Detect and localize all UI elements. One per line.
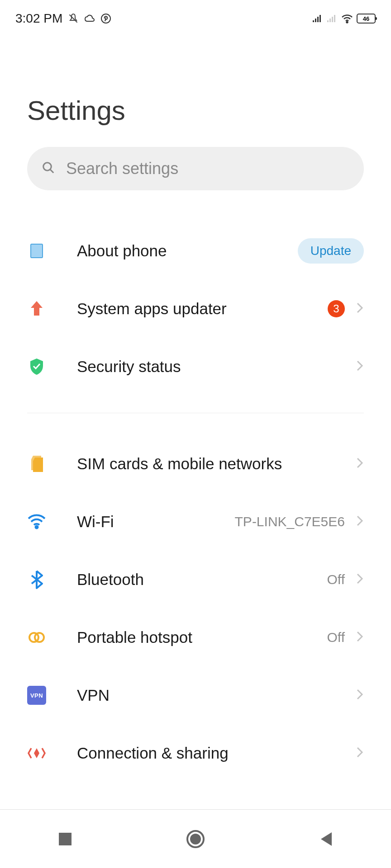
security-status-label: Security status: [77, 358, 356, 376]
chevron-right-icon: [356, 514, 364, 529]
about-phone-label: About phone: [77, 242, 298, 260]
bluetooth-value: Off: [327, 572, 345, 587]
mute-icon: [68, 13, 79, 24]
svg-rect-6: [329, 19, 331, 22]
sim-card-icon: [27, 454, 46, 473]
search-icon: [42, 161, 55, 176]
svg-rect-4: [319, 15, 321, 22]
about-phone-icon: [27, 241, 46, 260]
signal-icon: [312, 14, 323, 23]
connection-sharing-label: Connection & sharing: [77, 744, 356, 762]
svg-point-18: [190, 834, 201, 844]
chevron-right-icon: [356, 572, 364, 587]
sim-cards-item[interactable]: SIM cards & mobile networks: [27, 435, 364, 493]
page-title: Settings: [27, 95, 364, 126]
svg-point-9: [347, 22, 348, 23]
signal-weak-icon: [327, 14, 338, 23]
chevron-right-icon: [356, 688, 364, 703]
hotspot-value: Off: [327, 630, 345, 645]
battery-icon: 46: [357, 14, 376, 24]
svg-rect-1: [313, 20, 314, 22]
vpn-label: VPN: [77, 686, 356, 704]
wifi-item[interactable]: Wi-Fi TP-LINK_C7E5E6: [27, 493, 364, 551]
svg-line-11: [50, 170, 54, 173]
system-apps-updater-item[interactable]: System apps updater 3: [27, 280, 364, 338]
search-input[interactable]: Search settings: [27, 147, 364, 190]
svg-rect-16: [59, 833, 72, 845]
chevron-right-icon: [356, 302, 364, 316]
wifi-status-icon: [341, 14, 353, 24]
update-arrow-icon: [27, 299, 46, 318]
home-button[interactable]: [173, 816, 218, 862]
svg-point-13: [36, 526, 38, 528]
svg-rect-5: [327, 20, 329, 22]
chevron-right-icon: [356, 630, 364, 645]
shield-check-icon: [27, 357, 46, 376]
update-badge[interactable]: Update: [298, 238, 364, 264]
hotspot-label: Portable hotspot: [77, 628, 327, 646]
svg-rect-3: [317, 17, 319, 22]
connection-sharing-item[interactable]: Connection & sharing: [27, 724, 364, 782]
vpn-item[interactable]: VPN VPN: [27, 666, 364, 724]
back-button[interactable]: [303, 816, 348, 862]
chevron-right-icon: [356, 359, 364, 374]
cloud-icon: [84, 14, 95, 23]
hotspot-icon: [27, 628, 46, 647]
wifi-label: Wi-Fi: [77, 513, 235, 531]
chevron-right-icon: [356, 746, 364, 760]
bluetooth-label: Bluetooth: [77, 571, 327, 589]
pinterest-icon: [100, 13, 111, 24]
hotspot-item[interactable]: Portable hotspot Off: [27, 609, 364, 666]
section-divider: [27, 413, 364, 413]
system-apps-label: System apps updater: [77, 300, 328, 318]
status-bar: 3:02 PM: [0, 0, 391, 32]
bluetooth-item[interactable]: Bluetooth Off: [27, 551, 364, 609]
chevron-right-icon: [356, 457, 364, 471]
svg-rect-8: [334, 15, 335, 22]
svg-rect-7: [332, 17, 333, 22]
vpn-icon: VPN: [27, 686, 46, 705]
svg-point-10: [43, 163, 52, 171]
sim-cards-label: SIM cards & mobile networks: [77, 455, 356, 473]
security-status-item[interactable]: Security status: [27, 338, 364, 396]
connection-sharing-icon: [27, 744, 46, 763]
wifi-icon: [27, 512, 46, 531]
wifi-value: TP-LINK_C7E5E6: [235, 514, 345, 529]
about-phone-item[interactable]: About phone Update: [27, 222, 364, 280]
search-placeholder: Search settings: [66, 159, 178, 178]
update-count-badge: 3: [328, 300, 345, 317]
svg-rect-2: [315, 19, 316, 22]
svg-rect-12: [31, 244, 43, 258]
navigation-bar: [0, 809, 391, 868]
recent-apps-button[interactable]: [43, 816, 88, 862]
bluetooth-icon: [27, 570, 46, 589]
status-time: 3:02 PM: [15, 11, 62, 26]
